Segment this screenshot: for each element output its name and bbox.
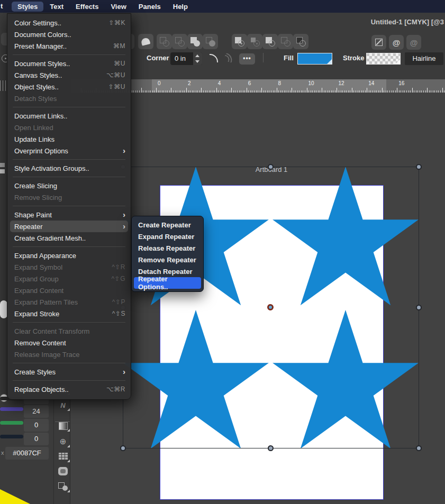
selection-handle[interactable] (416, 445, 422, 451)
swatch-sliver-icon (0, 163, 5, 167)
menubar-item-text[interactable]: Text (44, 2, 69, 12)
corner-stepper[interactable] (193, 52, 202, 65)
menu-separator (13, 54, 125, 55)
selection-handle[interactable] (416, 305, 422, 310)
subtract-shapes-button[interactable] (247, 34, 262, 49)
menu-item-create-gradient-mesh[interactable]: Create Gradient Mesh.. (7, 232, 131, 244)
menu-item-repeater-options[interactable]: Repeater Options.. (134, 277, 201, 289)
more-options-button[interactable]: ••• (239, 53, 255, 65)
menu-item-expand-stroke[interactable]: Expand Stroke^⇧S (7, 308, 131, 319)
menu-item-shape-paint[interactable]: Shape Paint› (7, 209, 131, 221)
menu-item-object-styles[interactable]: Object Styles..⇧⌘U (7, 81, 131, 93)
document-title: Untitled-1 [CMYK] [@3 (371, 18, 444, 26)
menu-item-replace-objects[interactable]: Replace Objects..⌥⌘R (7, 383, 131, 395)
selection-handle[interactable] (268, 164, 274, 170)
trim-shapes-button[interactable] (172, 34, 187, 49)
menu-shortcut: ^⇧G (111, 275, 125, 282)
gradient-icon[interactable] (55, 419, 71, 433)
union-shapes-icon (232, 34, 247, 49)
menu-item-detach-styles: Detach Styles (7, 93, 131, 104)
stroke-swatch[interactable] (366, 53, 401, 65)
menu-item-create-repeater[interactable]: Create Repeater (132, 219, 203, 231)
menu-item-document-links[interactable]: Document Links.. (7, 110, 131, 122)
merge-shapes-button[interactable] (187, 34, 203, 49)
menubar-item-view[interactable]: View (105, 2, 132, 12)
union-shapes-button[interactable] (232, 34, 247, 49)
shapes-group-icon[interactable] (55, 480, 71, 493)
button-shape-icon[interactable] (55, 464, 71, 478)
color-slider-4[interactable] (0, 435, 23, 438)
ruler-label-8: 8 (278, 80, 281, 86)
vertical-ruler-sliver (0, 80, 6, 91)
panel-scrollbar[interactable] (0, 300, 7, 318)
divide-shapes-button[interactable] (293, 34, 308, 49)
ruler-label-2: 2 (188, 80, 191, 86)
color-slider-2[interactable] (0, 407, 23, 411)
transform-center-point[interactable] (267, 304, 274, 310)
combine-shapes-button[interactable] (157, 34, 172, 49)
color-value-2[interactable]: 24 (24, 405, 49, 418)
menu-item-overprint-options[interactable]: Overprint Options› (7, 145, 131, 157)
selection-handle[interactable] (120, 445, 126, 451)
menu-separator (13, 159, 125, 160)
toolbar-separator (263, 53, 264, 62)
selection-handle[interactable] (268, 445, 274, 451)
arc-tool-button[interactable] (138, 34, 153, 49)
menubar-item-help[interactable]: Help (167, 2, 194, 12)
color-value-4[interactable]: 0 (24, 433, 49, 445)
corner-value-field[interactable]: 0 in (170, 52, 202, 65)
fill-swatch[interactable] (297, 53, 332, 65)
menu-item-color-settings[interactable]: Color Settings..⇧⌘K (7, 17, 131, 29)
menu-item-expand-content: Expand Content (7, 285, 131, 296)
menu-separator (13, 322, 125, 323)
menubar-item-panels[interactable]: Panels (133, 2, 167, 12)
ruler-label-12: 12 (338, 80, 344, 86)
menu-item-expand-repeater[interactable]: Expand Repeater (132, 231, 203, 242)
color-value-3[interactable]: 0 (24, 419, 49, 432)
menu-separator (13, 206, 125, 206)
crop-shapes-button[interactable] (203, 34, 218, 49)
rotate-view-button[interactable]: @ (389, 35, 404, 50)
menu-item-canvas-styles[interactable]: Canvas Styles..⌥⌘U (7, 69, 131, 81)
menu-item-style-activation-groups[interactable]: Style Activation Groups.. (7, 162, 131, 174)
menu-shortcut: ⌘U (114, 60, 125, 67)
bricks-pattern-icon[interactable] (55, 450, 71, 463)
repeater-submenu: Create RepeaterExpand RepeaterRelease Re… (131, 216, 204, 292)
menu-shortcut: ⇧⌘U (108, 83, 125, 90)
menu-item-remove-content[interactable]: Remove Content (7, 337, 131, 349)
fit-view-button[interactable] (371, 35, 386, 50)
submenu-arrow-icon: › (123, 209, 125, 220)
stroke-width-field[interactable]: Hairline (405, 52, 443, 65)
corner-value: 0 in (175, 52, 186, 65)
menu-item-remove-repeater[interactable]: Remove Repeater (132, 254, 203, 265)
menu-item-repeater[interactable]: Repeater› (10, 221, 128, 232)
intersect-shapes-button[interactable] (262, 34, 278, 49)
menu-item-document-styles[interactable]: Document Styles..⌘U (7, 58, 131, 69)
hex-value-field[interactable]: #0087CF (5, 447, 49, 460)
color-slider-3[interactable] (0, 421, 23, 425)
menu-item-document-colors[interactable]: Document Colors.. (7, 29, 131, 40)
sphere-grid-icon[interactable]: ⊕ (55, 435, 71, 448)
trim-shapes-icon (172, 34, 187, 49)
corner-radius-icon[interactable] (210, 54, 218, 62)
swatch-sliver-icon (0, 169, 5, 173)
selection-handle[interactable] (416, 164, 422, 170)
noise-icon[interactable]: N (55, 398, 71, 412)
menubar-item-styles[interactable]: Styles (12, 2, 43, 12)
exclude-shapes-button[interactable] (278, 34, 293, 49)
menubar-item-t[interactable]: t (1, 1, 3, 11)
menu-item-create-styles[interactable]: Create Styles› (7, 366, 131, 378)
subtract-shapes-icon (247, 34, 262, 49)
menu-item-expand-appearance[interactable]: Expand Appearance (7, 250, 131, 261)
menubar-item-effects[interactable]: Effects (70, 2, 104, 12)
menu-item-preset-manager[interactable]: Preset Manager..⌘M (7, 40, 131, 52)
ruler-label-14: 14 (368, 80, 374, 86)
fill-label: Fill (284, 54, 294, 62)
menu-separator (13, 107, 125, 107)
menu-item-create-slicing[interactable]: Create Slicing (7, 180, 131, 191)
menu-item-release-repeater[interactable]: Release Repeater (132, 242, 203, 254)
submenu-arrow-icon: › (123, 221, 125, 232)
menu-shortcut: ⌥⌘U (106, 71, 125, 79)
pattern-view-button: @ (406, 35, 421, 50)
menu-item-update-links[interactable]: Update Links (7, 133, 131, 145)
